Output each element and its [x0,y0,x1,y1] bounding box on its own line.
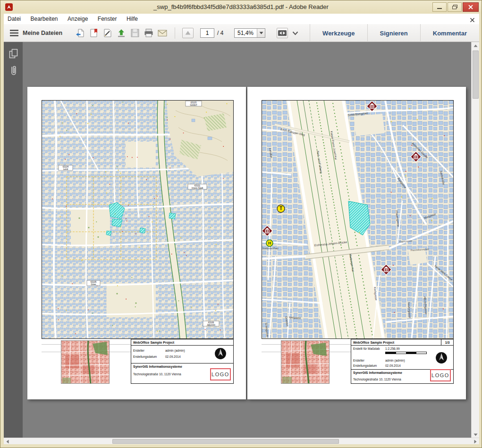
adobe-reader-window: _swp_fb4b9f6fbbd34f5d8e7d83333a6385d1.pd… [0,0,482,448]
street-label: Südtiroler Platz [262,247,279,250]
page-thumbnails-icon[interactable] [8,48,19,60]
page-up-button[interactable] [182,28,194,38]
print-icon[interactable] [143,28,154,38]
scale-value: 1:2.256,99 [385,347,400,350]
created-label: Erstellungsdatum [353,364,377,367]
titlebar[interactable]: _swp_fb4b9f6fbbd34f5d8e7d83333a6385d1.pd… [0,0,482,14]
attachments-icon[interactable] [8,65,19,77]
save-icon[interactable] [129,28,141,38]
scale-label: Erstellt für Maßstab [353,347,380,350]
minimize-button[interactable] [432,2,447,12]
sheet-page-number: 1/3 [441,339,453,346]
poi-tram-stop-icon: H [266,240,273,246]
menu-bearbeiten[interactable]: Bearbeiten [26,14,61,24]
minimize-icon [437,5,442,9]
svg-text:T: T [279,206,282,211]
scale-bar [385,352,427,354]
horizontal-scrollbar[interactable] [4,438,479,444]
menu-hilfe[interactable]: Hilfe [123,14,142,24]
window-title: _swp_fb4b9f6fbbd34f5d8e7d83333a6385d1.pd… [0,0,482,14]
email-icon[interactable] [157,28,168,38]
fit-width-button[interactable] [277,28,288,38]
pdf-page-2[interactable]: T H Schloßbergplatz Erich-Edegger-Steg K… [247,87,466,399]
document-canvas[interactable]: 63103Geidorf 63104Lend 63101Innere Stadt… [23,42,471,439]
logo-placeholder: LOGO [210,368,231,380]
svg-text:Lend: Lend [63,168,68,170]
scroll-up-button[interactable] [472,42,480,50]
org-address: Technologiestraße 10, 1120 Vienna [133,372,181,376]
overview-locator-map [281,340,330,384]
svg-text:H: H [268,241,271,245]
restore-icon [452,5,457,9]
north-arrow-icon [435,352,448,364]
map-sheet-info-table: WebOffice Sample Project 1/3 Erstellt fü… [351,339,454,384]
horizontal-scroll-thumb[interactable] [112,439,339,444]
comment-panel-button[interactable]: Kommentar [421,24,479,42]
maximize-button[interactable] [448,2,462,12]
share-upload-icon[interactable] [116,28,127,38]
page-up-icon [185,30,191,36]
more-tools-button[interactable] [291,28,299,38]
map-sheet-info-table: WebOffice Sample Project Ersteller admin… [131,339,234,384]
created-value: 02.09.2014 [165,355,181,358]
zoom-dropdown-button[interactable] [257,29,265,37]
poi-taxi-icon: T [277,205,285,212]
zoom-value: 51,4% [235,29,257,37]
org-address: Technologiestraße 10, 1120 Vienna [353,378,401,381]
chevron-down-icon [259,32,263,34]
north-arrow-icon [214,347,227,360]
page-total-label: / 4 [217,24,223,42]
overview-locator-map [61,340,110,384]
chevron-down-icon [292,31,298,35]
created-value: 02.09.2014 [385,364,401,367]
menu-fenster[interactable]: Fenster [94,14,121,24]
workspace: 63103Geidorf 63104Lend 63101Innere Stadt… [4,42,479,439]
recent-files-button[interactable]: Meine Dateien [23,24,62,42]
svg-text:Jakomini: Jakomini [207,324,215,326]
fit-width-icon [278,29,287,37]
creator-value: admin (admin) [385,359,405,362]
open-file-icon[interactable] [75,28,86,38]
creator-value: admin (admin) [165,349,185,352]
zoom-combo[interactable]: 51,4% [234,28,265,38]
menu-datei[interactable]: Datei [4,14,25,24]
sign-document-icon[interactable] [102,28,113,38]
creator-label: Ersteller [133,349,144,352]
svg-text:Geidorf: Geidorf [190,104,198,106]
menubar: Datei Bearbeiten Anzeige Fenster Hilfe [4,14,479,24]
toolbar-separator [175,27,175,39]
sign-panel-button[interactable]: Signieren [368,24,420,42]
svg-text:Gries: Gries [91,283,97,286]
toolbar: Meine Dateien / 4 51,4% [4,24,479,42]
menu-anzeige[interactable]: Anzeige [64,14,92,24]
overview-city-map: 63103Geidorf 63104Lend 63101Innere Stadt… [42,100,234,339]
scroll-left-button[interactable] [4,438,11,445]
page-number-input[interactable] [200,28,214,38]
close-button[interactable] [463,2,479,12]
create-pdf-icon[interactable] [88,28,100,38]
close-icon [468,5,473,9]
vertical-scrollbar[interactable] [471,42,479,439]
sheet-title: WebOffice Sample Project [351,339,453,346]
detail-city-map: T H Schloßbergplatz Erich-Edegger-Steg K… [262,100,454,339]
vertical-scroll-thumb[interactable] [473,51,479,99]
menubar-close-icon[interactable] [470,16,475,25]
plaza-schlossbergplatz [354,114,385,136]
created-label: Erstellungsdatum [133,355,157,358]
creator-label: Ersteller [353,359,364,362]
navigation-sidebar [4,42,23,439]
logo-placeholder: LOGO [430,369,451,381]
scroll-right-button[interactable] [472,438,479,445]
svg-text:Innere Stadt: Innere Stadt [192,187,203,189]
pdf-page-1[interactable]: 63103Geidorf 63104Lend 63101Innere Stadt… [27,87,246,399]
sheet-title: WebOffice Sample Project [131,339,233,346]
menu-icon[interactable] [8,28,20,38]
tools-panel-button[interactable]: Werkzeuge [310,24,367,42]
